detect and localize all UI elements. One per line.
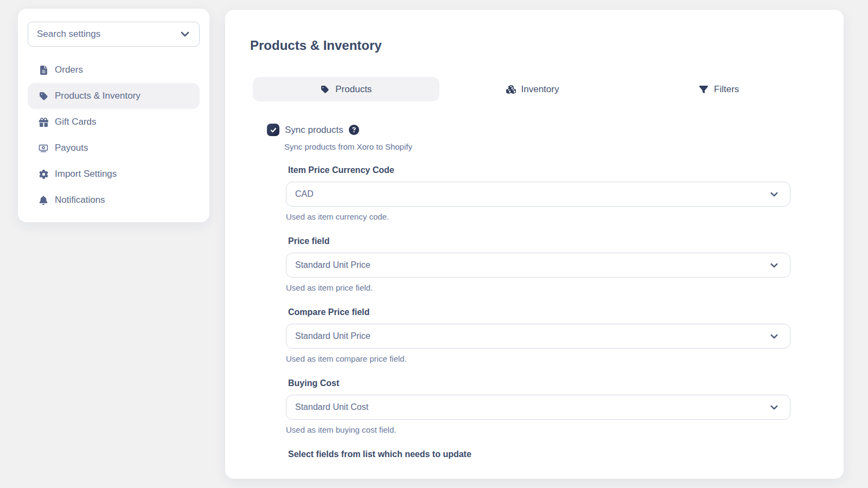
sidebar-item-import-settings[interactable]: Import Settings bbox=[28, 161, 200, 187]
settings-sidebar: Search settings Orders Products & Invent… bbox=[18, 9, 209, 222]
sidebar-item-label: Orders bbox=[55, 65, 83, 75]
chevron-down-icon bbox=[181, 31, 189, 37]
field-label: Buying Cost bbox=[288, 378, 790, 388]
sidebar-item-label: Gift Cards bbox=[55, 117, 97, 127]
field-helper: Used as item price field. bbox=[286, 283, 790, 292]
help-icon[interactable] bbox=[349, 125, 360, 136]
select-value: CAD bbox=[295, 189, 770, 199]
gear-icon bbox=[39, 169, 48, 179]
field-helper: Used as item currency code. bbox=[286, 212, 790, 221]
file-icon bbox=[39, 65, 48, 75]
chevron-down-icon bbox=[770, 263, 778, 268]
buying-cost-select[interactable]: Standard Unit Cost bbox=[286, 395, 790, 420]
field-item-price-currency-code: Item Price Currency Code CAD Used as ite… bbox=[286, 165, 790, 221]
price-field-select[interactable]: Standard Unit Price bbox=[286, 253, 790, 278]
field-label: Price field bbox=[288, 236, 790, 246]
field-label: Item Price Currency Code bbox=[288, 165, 790, 175]
sync-products-row: Sync products bbox=[267, 124, 844, 136]
field-helper: Used as item buying cost field. bbox=[286, 425, 790, 434]
cubes-icon bbox=[506, 85, 516, 94]
field-compare-price-field: Compare Price field Standard Unit Price … bbox=[286, 307, 790, 363]
compare-price-field-select[interactable]: Standard Unit Price bbox=[286, 324, 790, 349]
tag-icon bbox=[320, 85, 330, 94]
gift-icon bbox=[39, 117, 48, 127]
field-price-field: Price field Standard Unit Price Used as … bbox=[286, 236, 790, 292]
sidebar-item-payouts[interactable]: Payouts bbox=[28, 135, 200, 161]
sync-products-label: Sync products bbox=[285, 125, 343, 136]
chevron-down-icon bbox=[770, 405, 778, 410]
page-title: Products & Inventory bbox=[250, 38, 844, 53]
select-value: Standard Unit Price bbox=[295, 260, 770, 270]
sidebar-item-label: Payouts bbox=[55, 143, 88, 153]
sync-products-checkbox[interactable] bbox=[267, 124, 279, 136]
sidebar-item-gift-cards[interactable]: Gift Cards bbox=[28, 109, 200, 135]
chevron-down-icon bbox=[770, 334, 778, 339]
tab-label: Filters bbox=[714, 84, 739, 95]
money-bill-icon bbox=[39, 143, 48, 153]
sidebar-item-label: Products & Inventory bbox=[55, 91, 141, 101]
sidebar-item-products-inventory[interactable]: Products & Inventory bbox=[28, 83, 200, 109]
select-value: Standard Unit Price bbox=[295, 331, 770, 341]
sidebar-item-notifications[interactable]: Notifications bbox=[28, 187, 200, 213]
filter-icon bbox=[699, 85, 709, 94]
select-value: Standard Unit Cost bbox=[295, 402, 770, 412]
sidebar-item-orders[interactable]: Orders bbox=[28, 57, 200, 83]
settings-search-dropdown[interactable]: Search settings bbox=[28, 22, 200, 47]
tab-filters[interactable]: Filters bbox=[626, 77, 812, 101]
tab-label: Products bbox=[335, 84, 372, 95]
product-settings-form: Item Price Currency Code CAD Used as ite… bbox=[286, 165, 790, 459]
update-fields-label: Select fields from list which needs to u… bbox=[288, 450, 790, 459]
item-price-currency-code-select[interactable]: CAD bbox=[286, 182, 790, 207]
tab-label: Inventory bbox=[521, 84, 559, 95]
products-inventory-panel: Products & Inventory Products Inventory … bbox=[225, 10, 844, 479]
field-helper: Used as item compare price field. bbox=[286, 354, 790, 363]
settings-search-label: Search settings bbox=[37, 29, 181, 40]
chevron-down-icon bbox=[770, 192, 778, 197]
tab-products[interactable]: Products bbox=[253, 77, 439, 101]
tag-icon bbox=[39, 91, 48, 101]
bell-icon bbox=[39, 195, 48, 205]
sidebar-item-label: Notifications bbox=[55, 195, 105, 206]
sidebar-item-label: Import Settings bbox=[55, 169, 117, 179]
sidebar-nav: Orders Products & Inventory Gift Cards P… bbox=[28, 57, 200, 213]
field-label: Compare Price field bbox=[288, 307, 790, 317]
sync-products-description: Sync products from Xoro to Shopify bbox=[284, 142, 844, 151]
field-buying-cost: Buying Cost Standard Unit Cost Used as i… bbox=[286, 378, 790, 434]
tab-bar: Products Inventory Filters bbox=[253, 77, 812, 101]
tab-inventory[interactable]: Inventory bbox=[439, 77, 626, 101]
